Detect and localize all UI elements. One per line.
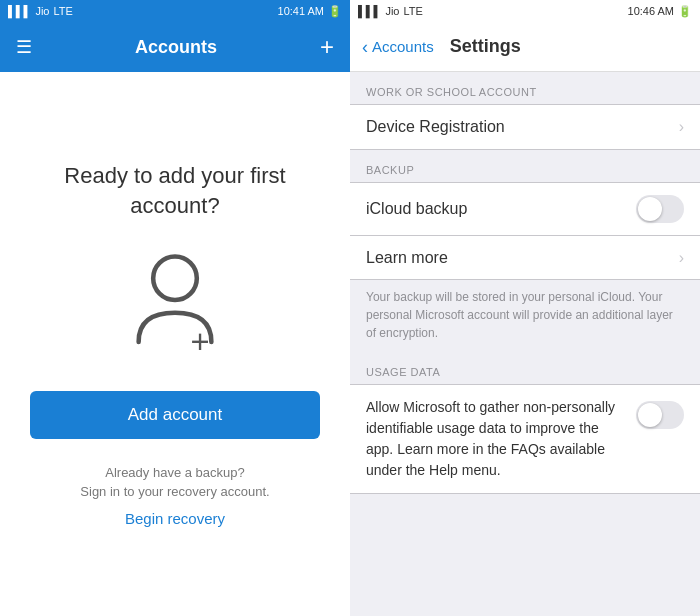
device-registration-chevron: › — [679, 118, 684, 136]
recovery-line1: Already have a backup? Sign in to your r… — [80, 463, 269, 502]
learn-more-label: Learn more — [366, 249, 448, 267]
add-account-button[interactable]: Add account — [30, 391, 320, 439]
right-status-bar: ▌▌▌ Jio LTE 10:46 AM 🔋 — [350, 0, 700, 22]
right-carrier: Jio — [385, 5, 399, 17]
backup-info-text: Your backup will be stored in your perso… — [350, 280, 700, 352]
learn-more-chevron: › — [679, 249, 684, 267]
left-navbar: ☰ Accounts + — [0, 22, 350, 72]
svg-text:+: + — [190, 323, 209, 351]
right-navbar-title: Settings — [450, 36, 521, 57]
battery-icon: 🔋 — [328, 5, 342, 18]
user-icon-container: + — [130, 251, 220, 355]
right-status-time: 10:46 AM 🔋 — [628, 5, 692, 18]
icloud-backup-item[interactable]: iCloud backup — [350, 183, 700, 235]
left-navbar-title: Accounts — [32, 37, 320, 58]
right-status-carrier: ▌▌▌ Jio LTE — [358, 5, 423, 17]
left-carrier: Jio — [35, 5, 49, 17]
icloud-backup-label: iCloud backup — [366, 200, 467, 218]
signal-icon: ▌▌▌ — [8, 5, 31, 17]
right-navbar: ‹ Accounts Settings — [350, 22, 700, 72]
usage-data-section: Allow Microsoft to gather non-personally… — [350, 384, 700, 494]
backup-section-header: Backup — [350, 150, 700, 182]
right-panel: ▌▌▌ Jio LTE 10:46 AM 🔋 ‹ Accounts Settin… — [350, 0, 700, 616]
left-time: 10:41 AM — [278, 5, 324, 17]
right-time: 10:46 AM — [628, 5, 674, 17]
learn-more-item[interactable]: Learn more › — [350, 235, 700, 279]
chevron-left-icon: ‹ — [362, 38, 368, 56]
right-network: LTE — [403, 5, 422, 17]
device-registration-label: Device Registration — [366, 118, 505, 136]
right-content: Work or School Account Device Registrati… — [350, 72, 700, 616]
icloud-backup-toggle[interactable] — [636, 195, 684, 223]
left-status-time: 10:41 AM 🔋 — [278, 5, 342, 18]
welcome-heading: Ready to add your first account? — [20, 161, 330, 220]
user-avatar-icon: + — [130, 251, 220, 351]
right-signal-icon: ▌▌▌ — [358, 5, 381, 17]
usage-data-toggle[interactable] — [636, 401, 684, 429]
work-school-list: Device Registration › — [350, 104, 700, 150]
left-status-bar: ▌▌▌ Jio LTE 10:41 AM 🔋 — [0, 0, 350, 22]
add-account-nav-icon[interactable]: + — [320, 35, 334, 59]
work-school-section-header: Work or School Account — [350, 72, 700, 104]
hamburger-icon[interactable]: ☰ — [16, 36, 32, 58]
usage-section-header: Usage Data — [350, 352, 700, 384]
back-label: Accounts — [372, 38, 434, 55]
left-panel: ▌▌▌ Jio LTE 10:41 AM 🔋 ☰ Accounts + Read… — [0, 0, 350, 616]
svg-point-0 — [153, 256, 197, 300]
begin-recovery-link[interactable]: Begin recovery — [125, 510, 225, 527]
right-battery-icon: 🔋 — [678, 5, 692, 18]
left-content: Ready to add your first account? + Add a… — [0, 72, 350, 616]
backup-list: iCloud backup Learn more › — [350, 182, 700, 280]
usage-data-item: Allow Microsoft to gather non-personally… — [350, 385, 700, 493]
usage-data-text: Allow Microsoft to gather non-personally… — [366, 397, 624, 481]
device-registration-item[interactable]: Device Registration › — [350, 105, 700, 149]
left-network: LTE — [53, 5, 72, 17]
left-status-carrier: ▌▌▌ Jio LTE — [8, 5, 73, 17]
back-button[interactable]: ‹ Accounts — [362, 38, 434, 56]
